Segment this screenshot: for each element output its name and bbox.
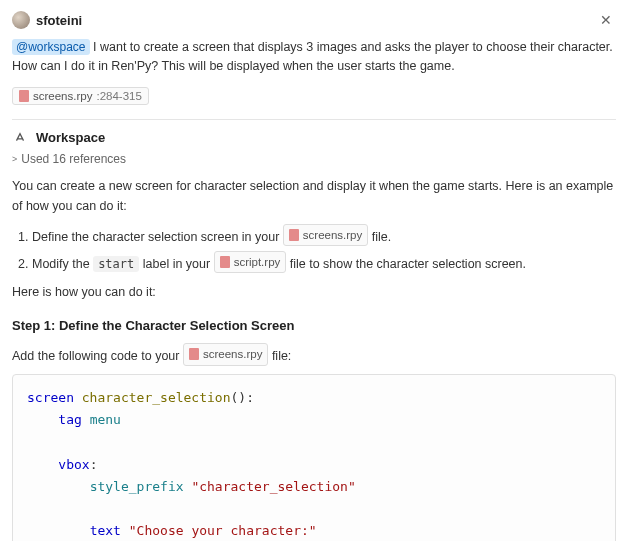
- assistant-answer: You can create a new screen for characte…: [12, 176, 616, 541]
- avatar: [12, 11, 30, 29]
- close-icon[interactable]: ✕: [596, 10, 616, 30]
- step-list-item-1: Define the character selection screen in…: [32, 224, 616, 247]
- user-prompt: @workspace I want to create a screen tha…: [12, 38, 616, 77]
- file-chip-script[interactable]: script.rpy: [214, 251, 287, 273]
- file-chip-screens-1[interactable]: screens.rpy: [283, 224, 368, 246]
- step-list-item-2: Modify the start label in your script.rp…: [32, 251, 616, 274]
- username: sfoteini: [36, 13, 82, 28]
- prompt-text: I want to create a screen that displays …: [12, 40, 613, 73]
- answer-bridge: Here is how you can do it:: [12, 282, 616, 302]
- file-icon: [289, 229, 299, 241]
- user-header: sfoteini ✕: [12, 10, 616, 30]
- file-name: screens.rpy: [33, 90, 92, 102]
- file-icon: [19, 90, 29, 102]
- file-reference-chip[interactable]: screens.rpy:284-315: [12, 87, 149, 105]
- chevron-right-icon: >: [12, 154, 17, 164]
- step-1-intro: Add the following code to your screens.r…: [12, 343, 616, 366]
- references-text: Used 16 references: [21, 152, 126, 166]
- references-toggle[interactable]: > Used 16 references: [12, 152, 616, 166]
- file-icon: [220, 256, 230, 268]
- file-line-range: :284-315: [96, 90, 141, 102]
- inline-code-start: start: [93, 256, 139, 272]
- file-icon: [189, 348, 199, 360]
- workspace-label: Workspace: [36, 130, 105, 145]
- workspace-icon: [12, 130, 28, 146]
- code-block[interactable]: screen character_selection(): tag menu v…: [12, 374, 616, 541]
- divider: [12, 119, 616, 120]
- workspace-row: Workspace: [12, 130, 616, 146]
- workspace-mention[interactable]: @workspace: [12, 39, 90, 55]
- file-chip-screens-2[interactable]: screens.rpy: [183, 343, 268, 365]
- answer-intro: You can create a new screen for characte…: [12, 176, 616, 216]
- step-1-heading: Step 1: Define the Character Selection S…: [12, 316, 616, 337]
